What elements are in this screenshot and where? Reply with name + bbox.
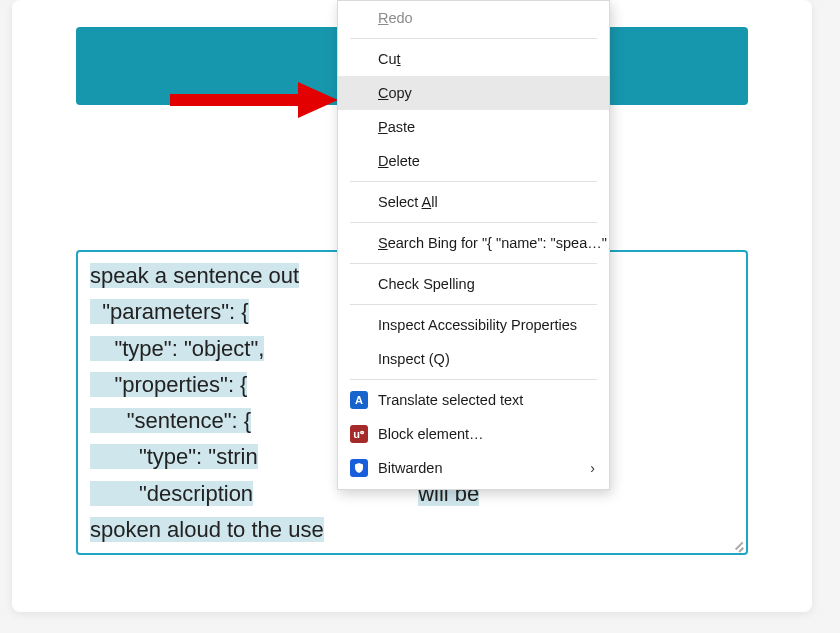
menu-separator [350,222,597,223]
bitwarden-icon [350,459,368,477]
chevron-right-icon: › [590,460,595,476]
menu-separator [350,304,597,305]
menu-bitwarden[interactable]: Bitwarden › [338,451,609,485]
menu-copy[interactable]: Copy [338,76,609,110]
menu-separator [350,379,597,380]
menu-inspect-accessibility[interactable]: Inspect Accessibility Properties [338,308,609,342]
translate-icon: A [350,391,368,409]
json-line: spoken aloud to the use [90,512,734,548]
menu-inspect[interactable]: Inspect (Q) [338,342,609,376]
menu-separator [350,263,597,264]
menu-paste[interactable]: Paste [338,110,609,144]
menu-cut[interactable]: Cut [338,42,609,76]
menu-block-element[interactable]: uᵒ Block element… [338,417,609,451]
menu-delete[interactable]: Delete [338,144,609,178]
menu-redo[interactable]: Redo [338,1,609,35]
menu-separator [350,38,597,39]
ublock-icon: uᵒ [350,425,368,443]
context-menu: Redo Cut Copy Paste Delete Select All Se… [337,0,610,490]
menu-separator [350,181,597,182]
menu-check-spelling[interactable]: Check Spelling [338,267,609,301]
menu-select-all[interactable]: Select All [338,185,609,219]
menu-search-bing[interactable]: Search Bing for "{ "name": "spea…" [338,226,609,260]
menu-translate[interactable]: A Translate selected text [338,383,609,417]
